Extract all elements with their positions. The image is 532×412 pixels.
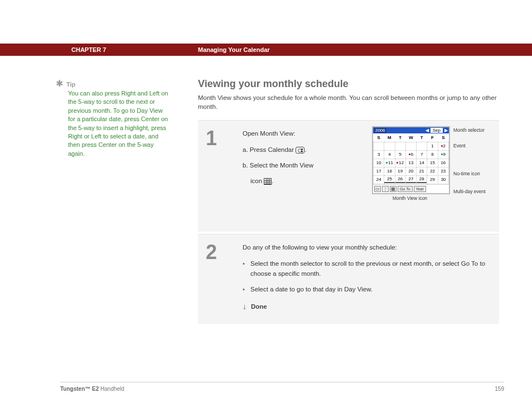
dow: S — [438, 133, 448, 142]
step-1-number: 1 — [198, 128, 243, 221]
done-row: ↓ Done — [243, 300, 491, 313]
day: 7 — [417, 150, 427, 159]
day-num: 27 — [409, 176, 414, 181]
day: 11 — [384, 159, 395, 167]
event-dot-icon — [409, 154, 410, 155]
day: 21 — [417, 167, 427, 175]
chapter-header: CHAPTER 7 Managing Your Calendar — [0, 44, 532, 56]
day: 3 — [374, 150, 384, 159]
mini-toolbar: ▭ ⋮ ▦ Go To Year — [373, 184, 449, 193]
day: 14 — [417, 159, 427, 167]
month-view-icon-label: Month View icon — [382, 195, 438, 201]
next-month-arrow-icon: ▶ — [444, 128, 448, 133]
mini-calendar-grid: S M T W T F S 1 2 3 — [373, 133, 449, 184]
product-rest: Handheld — [99, 386, 124, 392]
step-1-a: a. Press Calendar . — [243, 145, 346, 155]
day-num: 9 — [443, 152, 446, 157]
day-num: 11 — [388, 160, 393, 165]
event-dot-icon — [396, 162, 398, 164]
step-1-b-icon-prefix: icon — [250, 178, 264, 184]
step-2-bullet-1: • Select the month selector to scroll to… — [243, 258, 491, 279]
mini-month: Sep — [431, 128, 443, 133]
day-view-toolbar-icon: ▭ — [374, 186, 381, 192]
tip-star-icon: ✱ — [56, 80, 63, 87]
day: 8 — [427, 150, 438, 159]
day: 5 — [395, 150, 405, 159]
step-2-bullet-2: • Select a date to go to that day in Day… — [243, 284, 491, 294]
step-1-lead: Open Month View: — [243, 128, 346, 138]
day: 15 — [427, 159, 438, 167]
goto-button: Go To — [398, 186, 413, 192]
day: 17 — [374, 167, 384, 175]
bullet-icon: • — [243, 284, 250, 294]
dow: T — [417, 133, 427, 142]
day: 25 — [384, 175, 395, 184]
month-view-toolbar-icon: ▦ — [390, 186, 396, 192]
multiday-bar-icon — [417, 182, 427, 183]
step-1-b-line2: icon . — [250, 176, 346, 186]
dow: F — [427, 133, 438, 142]
calendar-app-icon — [296, 147, 304, 154]
step-1-a-suffix: . — [304, 146, 306, 153]
day: 1 — [427, 142, 438, 150]
day: 4 — [384, 150, 395, 159]
day: 22 — [427, 167, 438, 175]
multiday-bar-icon — [395, 182, 405, 183]
tip-heading: Tip — [66, 81, 75, 88]
day: 18 — [384, 167, 395, 175]
prev-month-arrow-icon: ◀ — [425, 128, 429, 133]
mini-month-selector: ◀ Sep ▶ — [425, 128, 448, 133]
chapter-label: CHAPTER 7 — [71, 46, 106, 53]
callout-notime: No-time icon — [453, 171, 480, 176]
bullet-icon: • — [243, 258, 250, 279]
day-num: 6 — [411, 152, 413, 157]
callout-month-selector: Month selector — [453, 127, 485, 133]
day: 2 — [438, 142, 448, 150]
day: 16 — [438, 159, 448, 167]
day: 20 — [405, 167, 416, 175]
day: 6 — [405, 150, 416, 159]
day: 24 — [374, 175, 384, 184]
step-2-b2-text: Select a date to go to that day in Day V… — [250, 284, 491, 294]
tip-body: You can also press Right and Left on the… — [68, 89, 170, 158]
day-num: 2 — [443, 143, 446, 148]
month-view-screenshot: 2006 ◀ Sep ▶ S M T W T F S — [372, 126, 489, 201]
day-num: 26 — [398, 176, 403, 181]
year-button: Year — [414, 186, 426, 192]
week-view-toolbar-icon: ⋮ — [382, 186, 389, 192]
day: 30 — [438, 175, 448, 184]
day: 23 — [438, 167, 448, 175]
day: 29 — [427, 175, 438, 184]
day: 26 — [395, 175, 405, 184]
section-intro: Month View shows your schedule for a who… — [198, 93, 499, 111]
day: 19 — [395, 167, 405, 175]
tip-sidebar: ✱ Tip You can also press Right and Left … — [56, 80, 170, 158]
multiday-bar-icon — [384, 182, 394, 183]
step-1-a-text: a. Press Calendar — [243, 146, 296, 153]
dow: M — [384, 133, 395, 142]
day: 13 — [405, 159, 416, 167]
callout-multiday: Multi-day event — [453, 189, 486, 194]
day: 28 — [417, 175, 427, 184]
step-1-body: Open Month View: a. Press Calendar . b. … — [243, 128, 354, 221]
product-bold: Tungsten™ E2 — [60, 386, 99, 392]
step-1-b: b. Select the Month View — [243, 160, 346, 170]
dow: S — [374, 133, 384, 142]
step-1-b-text: b. Select the Month View — [243, 162, 313, 169]
dow: W — [405, 133, 416, 142]
section-title: Viewing your monthly schedule — [198, 78, 499, 90]
page-footer: Tungsten™ E2 Handheld 159 — [60, 382, 504, 392]
done-label: Done — [251, 301, 267, 312]
done-arrow-icon: ↓ — [243, 300, 246, 313]
step-2-b1-text: Select the month selector to scroll to t… — [250, 258, 491, 279]
event-dot-icon — [441, 145, 443, 147]
page-number: 159 — [495, 386, 504, 392]
step-2-lead: Do any of the following to view your mon… — [243, 242, 491, 252]
step-1-b-suffix: . — [272, 178, 273, 184]
step-1: 1 Open Month View: a. Press Calendar . b… — [198, 120, 499, 232]
notime-dot-icon — [386, 162, 388, 164]
product-name: Tungsten™ E2 Handheld — [60, 386, 124, 392]
callout-event: Event — [453, 143, 466, 148]
day: 12 — [395, 159, 405, 167]
day: 27 — [405, 175, 416, 184]
